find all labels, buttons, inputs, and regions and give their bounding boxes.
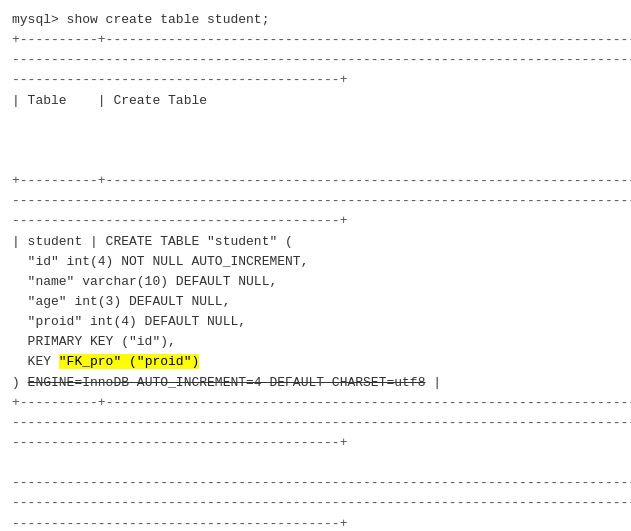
- data-line6: PRIMARY KEY ("id"),: [12, 332, 619, 352]
- sep-b2: ----------------------------------------…: [12, 493, 619, 513]
- sep-bot3: ----------------------------------------…: [12, 433, 619, 453]
- sep-mid1: +----------+----------------------------…: [12, 171, 619, 191]
- sep1: +----------+----------------------------…: [12, 30, 619, 50]
- data-line4: "age" int(3) DEFAULT NULL,: [12, 292, 619, 312]
- prompt-line: mysql> show create table student;: [12, 10, 619, 30]
- sep3: ----------------------------------------…: [12, 70, 619, 90]
- data-line2: "id" int(4) NOT NULL AUTO_INCREMENT,: [12, 252, 619, 272]
- blank1: [12, 111, 619, 131]
- blank2: [12, 151, 619, 171]
- sep-bot2: ----------------------------------------…: [12, 413, 619, 433]
- terminal-window: mysql> show create table student; +-----…: [0, 0, 631, 531]
- data-line3: "name" varchar(10) DEFAULT NULL,: [12, 272, 619, 292]
- sep-mid3: ----------------------------------------…: [12, 211, 619, 231]
- strikethrough-engine: ENGINE=InnoDB AUTO_INCREMENT=4 DEFAULT C…: [28, 375, 426, 390]
- highlight-fk: "FK_pro" ("proid"): [59, 354, 199, 369]
- sep2: ----------------------------------------…: [12, 50, 619, 70]
- header-row: | Table | Create Table: [12, 91, 619, 111]
- sep-bot1: +----------+----------------------------…: [12, 393, 619, 413]
- sep-b3: ----------------------------------------…: [12, 514, 619, 531]
- sep-b1: ----------------------------------------…: [12, 473, 619, 493]
- cursor-line: |: [12, 131, 619, 151]
- data-line1: | student | CREATE TABLE "student" (: [12, 232, 619, 252]
- data-line5: "proid" int(4) DEFAULT NULL,: [12, 312, 619, 332]
- blank3: [12, 453, 619, 473]
- data-line8: ) ENGINE=InnoDB AUTO_INCREMENT=4 DEFAULT…: [12, 373, 619, 393]
- data-line7: KEY "FK_pro" ("proid"): [12, 352, 619, 372]
- sep-mid2: ----------------------------------------…: [12, 191, 619, 211]
